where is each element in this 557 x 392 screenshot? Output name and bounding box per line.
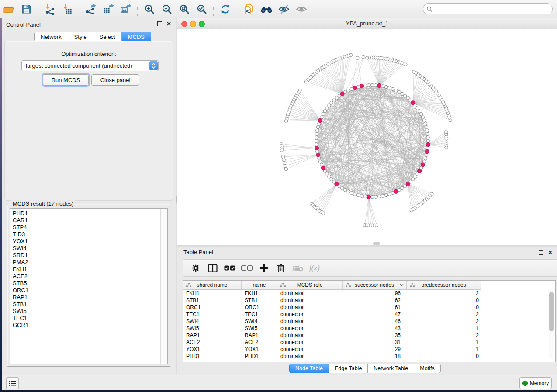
cell-name[interactable]: YOX1 (242, 346, 277, 352)
mcds-result-item[interactable]: TID3 (13, 231, 167, 238)
mcds-result-item[interactable]: RAP1 (13, 294, 167, 301)
show-all-icon[interactable] (295, 3, 308, 16)
cell-mcds_role[interactable]: dominator (277, 332, 343, 338)
cell-successor_nodes[interactable]: 29 (343, 346, 407, 352)
cell-name[interactable]: STB1 (242, 297, 277, 303)
cell-name[interactable]: FKH1 (242, 290, 277, 296)
search-neighbors-icon[interactable] (260, 3, 273, 16)
column-header-name[interactable]: name (242, 281, 277, 289)
split-view-icon[interactable] (207, 262, 218, 274)
cell-predecessor_nodes[interactable]: 2 (407, 318, 481, 324)
import-table-icon[interactable] (61, 3, 74, 16)
cell-shared_name[interactable]: ACE2 (183, 339, 242, 345)
float-panel-icon[interactable] (539, 250, 543, 255)
cell-predecessor_nodes[interactable]: 1 (407, 339, 481, 345)
cell-shared_name[interactable]: ORC1 (183, 304, 242, 310)
cell-successor_nodes[interactable]: 35 (343, 332, 407, 338)
cell-shared_name[interactable]: TEC1 (183, 311, 242, 317)
table-row[interactable]: ORC1ORC1dominator610 (183, 304, 555, 311)
table-row[interactable]: ACE2ACE2connector311 (183, 339, 555, 346)
mcds-result-item[interactable]: YOX1 (13, 238, 167, 245)
mcds-result-item[interactable]: PMA2 (13, 259, 167, 266)
cell-name[interactable]: ACE2 (242, 339, 277, 345)
cell-predecessor_nodes[interactable]: 1 (407, 325, 481, 331)
cell-shared_name[interactable]: SWI5 (183, 325, 242, 331)
cell-predecessor_nodes[interactable]: 2 (407, 311, 481, 317)
cell-predecessor_nodes[interactable]: 0 (407, 353, 481, 359)
tab-style[interactable]: Style (68, 32, 93, 41)
tab-mcds[interactable]: MCDS (122, 32, 151, 41)
close-panel-icon[interactable]: ✕ (548, 250, 553, 255)
close-panel-icon[interactable]: ✕ (166, 21, 171, 26)
select-all-icon[interactable] (224, 262, 235, 274)
network-canvas[interactable] (177, 29, 557, 245)
cell-predecessor_nodes[interactable]: 2 (407, 332, 481, 338)
cell-name[interactable]: ORC1 (242, 304, 277, 310)
table-row[interactable]: RAP1RAP1dominator352 (183, 332, 555, 339)
search-box[interactable] (423, 3, 553, 14)
cell-successor_nodes[interactable]: 62 (343, 297, 407, 303)
cell-mcds_role[interactable]: connector (277, 311, 343, 317)
cell-mcds_role[interactable]: connector (277, 339, 343, 345)
mcds-list-scrollbar[interactable] (160, 209, 167, 364)
cell-mcds_role[interactable]: connector (277, 346, 343, 352)
mcds-result-item[interactable]: SWI4 (13, 245, 167, 252)
cell-successor_nodes[interactable]: 43 (343, 325, 407, 331)
cell-shared_name[interactable]: YOX1 (183, 346, 242, 352)
network-hscroll-thumb[interactable] (373, 242, 380, 245)
settings-gear-icon[interactable] (190, 262, 201, 274)
mcds-result-item[interactable]: FKH1 (13, 266, 167, 273)
network-window-titlebar[interactable]: YPA_prune.txt_1 (177, 18, 557, 30)
zoom-out-icon[interactable] (160, 3, 173, 16)
memory-button[interactable]: Memory (519, 377, 552, 389)
column-header-successor-nodes[interactable]: successor nodes (343, 281, 407, 289)
cell-predecessor_nodes[interactable]: 0 (407, 304, 481, 310)
export-image-icon[interactable] (119, 3, 132, 16)
mcds-result-item[interactable]: ACE2 (13, 273, 167, 280)
cell-successor_nodes[interactable]: 46 (343, 318, 407, 324)
cell-name[interactable]: SWI4 (242, 318, 277, 324)
mcds-result-item[interactable]: TEC1 (13, 315, 167, 322)
export-table-icon[interactable] (102, 3, 115, 16)
hide-selected-icon[interactable] (277, 3, 291, 16)
cell-shared_name[interactable]: STB1 (183, 297, 242, 303)
cell-mcds_role[interactable]: dominator (277, 304, 343, 310)
cell-mcds_role[interactable]: dominator (277, 290, 343, 296)
mcds-result-item[interactable]: STP4 (13, 224, 167, 231)
cell-mcds_role[interactable]: connector (277, 325, 343, 331)
table-row[interactable]: SWI4SWI4dominator462 (183, 318, 555, 325)
deselect-all-icon[interactable] (241, 262, 253, 274)
column-header-predecessor-nodes[interactable]: predecessor nodes (407, 281, 481, 289)
cell-predecessor_nodes[interactable]: 2 (407, 290, 481, 296)
add-row-icon[interactable] (258, 262, 270, 274)
node-table[interactable]: shared namenameMCDS rolesuccessor nodesp… (183, 280, 556, 362)
cell-name[interactable]: SWI5 (242, 325, 277, 331)
tab-node-table[interactable]: Node Table (289, 364, 329, 373)
table-row[interactable]: TEC1TEC1connector472 (183, 311, 555, 318)
mcds-result-item[interactable]: SWI5 (13, 308, 167, 315)
cell-name[interactable]: PHD1 (242, 353, 277, 359)
cell-shared_name[interactable]: RAP1 (183, 332, 242, 338)
search-input[interactable] (435, 6, 552, 13)
import-network-icon[interactable] (43, 3, 56, 16)
mcds-result-item[interactable]: SRD1 (13, 252, 167, 259)
cell-shared_name[interactable]: FKH1 (183, 290, 242, 296)
tab-motifs[interactable]: Motifs (414, 364, 440, 373)
close-panel-button[interactable]: Close panel (91, 74, 139, 86)
cell-shared_name[interactable]: SWI4 (183, 318, 242, 324)
table-scrollbar[interactable] (549, 291, 554, 359)
refresh-icon[interactable] (219, 3, 232, 16)
column-header-shared-name[interactable]: shared name (183, 281, 242, 289)
tab-network-table[interactable]: Network Table (368, 364, 414, 373)
cell-mcds_role[interactable]: dominator (277, 353, 343, 359)
optimization-criterion-select[interactable]: largest connected component (undirected) (21, 60, 159, 71)
mcds-result-item[interactable]: ORC1 (13, 287, 167, 294)
table-row[interactable]: STB1STB1dominator620 (183, 297, 555, 304)
mcds-result-item[interactable]: STB1 (13, 301, 167, 308)
cell-successor_nodes[interactable]: 47 (343, 311, 407, 317)
cell-successor_nodes[interactable]: 18 (343, 353, 407, 359)
zoom-fit-icon[interactable] (178, 3, 191, 16)
save-icon[interactable] (20, 3, 33, 16)
column-header-MCDS-role[interactable]: MCDS role (277, 281, 343, 289)
cell-successor_nodes[interactable]: 31 (343, 339, 407, 345)
